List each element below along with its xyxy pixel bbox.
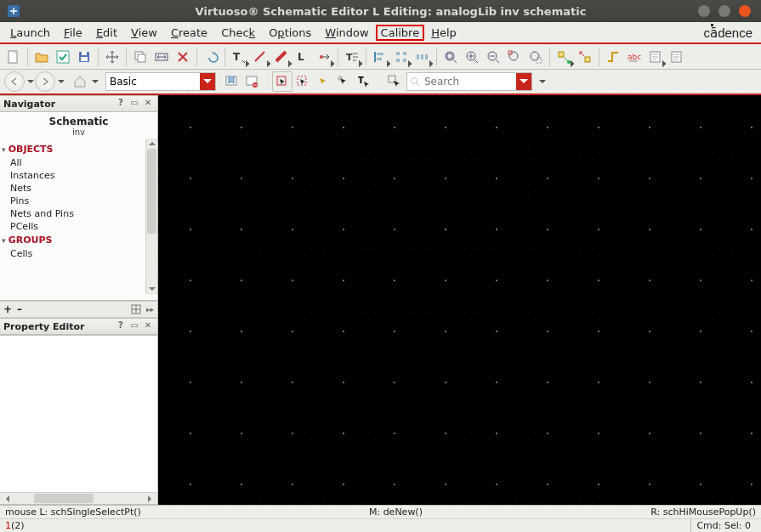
navigator-menu-icon[interactable]: ▸▸ <box>146 305 154 314</box>
open-icon[interactable] <box>31 47 52 67</box>
tree-item-nets[interactable]: Nets <box>2 182 156 195</box>
svg-rect-7 <box>138 54 145 62</box>
forward-button[interactable] <box>35 71 55 92</box>
back-button[interactable] <box>4 71 25 92</box>
view-selector-dropdown-icon[interactable] <box>200 73 215 90</box>
navigator-remove-icon[interactable] <box>17 303 22 315</box>
navigator-add-icon[interactable] <box>3 303 12 315</box>
wire-icon[interactable] <box>250 47 270 67</box>
menu-options[interactable]: Options <box>262 25 318 41</box>
scroll-thumb[interactable] <box>147 149 156 234</box>
left-panel: Navigator ? ▭ ✕ Schematic inv OBJECTS Al… <box>0 95 158 505</box>
align-left-icon[interactable] <box>370 47 390 67</box>
menu-window[interactable]: Window <box>318 25 375 41</box>
label-icon[interactable]: L <box>292 47 313 67</box>
navigator-panel-title: Navigator ? ▭ ✕ <box>0 95 157 112</box>
menu-file[interactable]: File <box>57 25 89 41</box>
property-undock-icon[interactable]: ▭ <box>128 320 140 332</box>
tree-group-groups[interactable]: GROUPS <box>2 235 156 246</box>
cadence-logo: cādence <box>703 25 752 41</box>
navigator-undock-icon[interactable]: ▭ <box>128 98 140 110</box>
hierarchy-down-icon[interactable] <box>554 47 574 67</box>
select-arrow-icon[interactable] <box>272 71 292 92</box>
wire-wide-icon[interactable] <box>271 47 292 67</box>
menu-view[interactable]: View <box>124 25 164 41</box>
navigator-grid-icon[interactable] <box>131 304 141 314</box>
property-hscrollbar[interactable] <box>0 492 157 504</box>
remove-bookmark-icon[interactable] <box>241 71 262 92</box>
zoom-fit-icon[interactable] <box>440 47 461 67</box>
menu-calibre[interactable]: Calibre <box>376 25 425 41</box>
zoom-sel-icon[interactable] <box>504 47 525 67</box>
navigator-help-icon[interactable]: ? <box>115 98 127 110</box>
move-icon[interactable] <box>102 47 122 67</box>
home-dropdown[interactable] <box>90 76 99 88</box>
zoom-in-icon[interactable] <box>462 47 482 67</box>
tree-item-all[interactable]: All <box>2 156 156 169</box>
pin-icon[interactable] <box>314 47 334 67</box>
tree-item-netsandpins[interactable]: Nets and Pins <box>2 207 156 220</box>
menu-edit[interactable]: Edit <box>89 25 124 41</box>
window-maximize-button[interactable] <box>718 5 730 17</box>
back-history-dropdown[interactable] <box>26 76 34 88</box>
tree-item-pins[interactable]: Pins <box>2 195 156 207</box>
instance-icon[interactable]: T <box>229 47 249 67</box>
report-icon[interactable] <box>667 47 687 67</box>
route-icon[interactable] <box>603 47 623 67</box>
svg-text:abc: abc <box>628 53 641 61</box>
svg-rect-29 <box>537 58 542 63</box>
search-input[interactable] <box>423 73 516 90</box>
tree-group-objects[interactable]: OBJECTS <box>2 144 156 155</box>
copy-icon[interactable] <box>130 47 150 67</box>
property-help-icon[interactable]: ? <box>115 320 127 332</box>
scroll-right-icon[interactable] <box>145 493 157 504</box>
hierarchy-up-icon[interactable] <box>575 47 595 67</box>
select-partial-icon[interactable] <box>313 71 333 92</box>
pick-icon[interactable] <box>384 71 405 92</box>
distribute-icon[interactable] <box>391 47 412 67</box>
forward-history-dropdown[interactable] <box>56 76 65 88</box>
window-close-button[interactable] <box>739 5 751 17</box>
tree-item-pcells[interactable]: PCells <box>2 220 156 233</box>
save-icon[interactable] <box>74 47 94 67</box>
add-bookmark-icon[interactable] <box>221 71 241 92</box>
tree-item-cells[interactable]: Cells <box>2 247 156 260</box>
new-icon[interactable] <box>3 47 24 67</box>
property-close-icon[interactable]: ✕ <box>142 320 154 332</box>
notes-icon[interactable] <box>645 47 666 67</box>
select-full-icon[interactable] <box>333 71 354 92</box>
view-selector[interactable] <box>105 72 216 91</box>
hscroll-thumb[interactable] <box>34 494 94 503</box>
menu-create[interactable]: Create <box>164 25 214 41</box>
scroll-left-icon[interactable] <box>0 493 12 504</box>
schematic-canvas[interactable] <box>158 95 761 505</box>
search-options-dropdown[interactable] <box>537 76 546 88</box>
navigator-scrollbar[interactable] <box>145 139 157 294</box>
zoom-out-icon[interactable] <box>483 47 503 67</box>
menu-check[interactable]: Check <box>214 25 262 41</box>
text-left-icon[interactable]: T <box>342 47 362 67</box>
window-minimize-button[interactable] <box>698 5 710 17</box>
delete-icon[interactable] <box>173 47 193 67</box>
svg-rect-2 <box>57 51 69 63</box>
select-point-icon[interactable] <box>292 71 313 92</box>
check-save-icon[interactable] <box>53 47 73 67</box>
select-text-icon[interactable]: T <box>354 71 374 92</box>
navigator-close-icon[interactable]: ✕ <box>142 98 154 110</box>
window-title: Virtuoso® Schematic Editor L Editing: an… <box>20 5 761 18</box>
svg-rect-16 <box>403 52 406 55</box>
distribute-h-icon[interactable] <box>412 47 433 67</box>
undo-icon[interactable] <box>201 47 221 67</box>
view-selector-value[interactable] <box>106 73 200 90</box>
scroll-up-icon[interactable] <box>146 139 157 149</box>
menu-launch[interactable]: Launch <box>3 25 57 41</box>
tree-item-instances[interactable]: Instances <box>2 169 156 182</box>
annotate-icon[interactable]: abc <box>624 47 645 67</box>
menu-help[interactable]: Help <box>424 25 463 41</box>
stretch-icon[interactable] <box>151 47 172 67</box>
home-icon[interactable] <box>70 71 90 92</box>
scroll-down-icon[interactable] <box>146 284 157 294</box>
search-box[interactable] <box>406 72 532 91</box>
zoom-region-icon[interactable] <box>525 47 546 67</box>
search-dropdown-icon[interactable] <box>516 73 531 90</box>
